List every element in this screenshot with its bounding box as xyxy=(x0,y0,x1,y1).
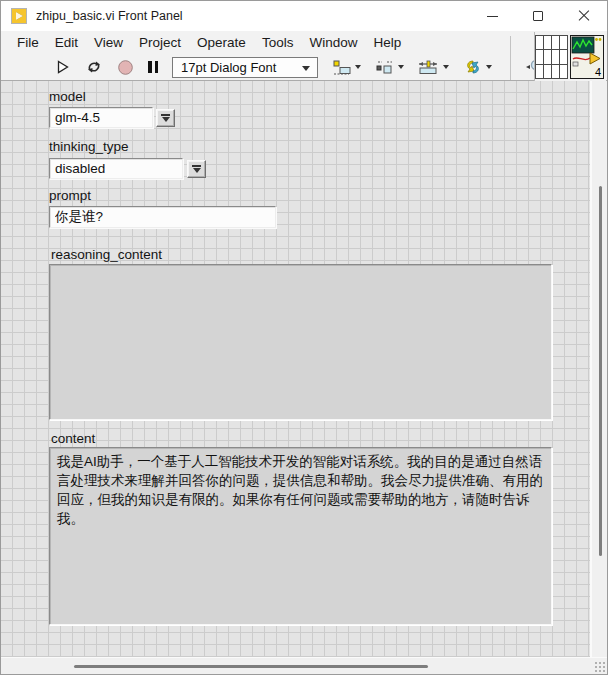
pause-button[interactable] xyxy=(144,56,162,78)
close-button[interactable] xyxy=(561,1,607,31)
title-bar: zhipu_basic.vi Front Panel xyxy=(1,1,607,31)
reorder-icon xyxy=(463,58,483,76)
vi-icon-badge: 4 xyxy=(595,66,601,78)
dropdown-icon xyxy=(162,117,170,122)
run-arrow-icon xyxy=(55,59,71,75)
labview-vi-icon xyxy=(11,8,27,24)
resize-objects-button[interactable] xyxy=(414,56,453,78)
menu-bar: File Edit View Project Operate Tools Win… xyxy=(1,31,607,54)
maximize-icon xyxy=(533,11,543,21)
chevron-down-icon xyxy=(443,65,449,69)
run-continuously-button[interactable] xyxy=(81,56,107,78)
window-title: zhipu_basic.vi Front Panel xyxy=(36,9,183,23)
run-button[interactable] xyxy=(51,56,75,78)
vi-icon-button[interactable]: 4 xyxy=(570,35,604,79)
front-panel: model thinking_type prompt reasoning_con… xyxy=(1,81,607,657)
menu-project[interactable]: Project xyxy=(131,33,189,52)
dropdown-icon xyxy=(192,165,201,167)
horizontal-scrollbar-thumb[interactable] xyxy=(74,665,428,668)
run-continuously-icon xyxy=(85,59,103,75)
maximize-button[interactable] xyxy=(515,1,561,31)
reasoning-content-label: reasoning_content xyxy=(51,247,162,262)
menu-help[interactable]: Help xyxy=(365,33,409,52)
model-label: model xyxy=(49,89,86,104)
chevron-down-icon xyxy=(355,65,361,69)
menu-view[interactable]: View xyxy=(86,33,131,52)
menu-tools[interactable]: Tools xyxy=(254,33,302,52)
pause-icon xyxy=(148,61,158,73)
window-controls xyxy=(469,1,607,31)
content-indicator: 我是AI助手，一个基于人工智能技术开发的智能对话系统。我的目的是通过自然语言处理… xyxy=(49,447,552,625)
resize-objects-icon xyxy=(418,59,440,76)
menu-file[interactable]: File xyxy=(9,33,47,52)
menu-operate[interactable]: Operate xyxy=(189,33,254,52)
thinking-type-dropdown-button[interactable] xyxy=(187,160,206,178)
minimize-icon xyxy=(487,16,498,17)
prompt-input[interactable] xyxy=(49,206,276,228)
resize-grip[interactable] xyxy=(593,660,605,672)
content-label: content xyxy=(51,431,95,446)
chevron-down-icon xyxy=(486,65,492,69)
font-selector-value: 17pt Dialog Font xyxy=(181,60,276,75)
font-selector[interactable]: 17pt Dialog Font xyxy=(172,57,318,78)
abort-icon xyxy=(117,59,134,76)
labview-front-panel-window: zhipu_basic.vi Front Panel File Edit Vie… xyxy=(0,0,608,675)
abort-button[interactable] xyxy=(113,56,138,78)
reorder-button[interactable] xyxy=(459,56,496,78)
dropdown-icon xyxy=(193,168,201,173)
chevron-down-icon xyxy=(302,66,310,71)
dropdown-icon xyxy=(161,114,170,116)
toolbar: 17pt Dialog Font xyxy=(1,54,607,81)
thinking-type-label: thinking_type xyxy=(49,139,129,154)
align-objects-icon xyxy=(332,59,352,76)
distribute-objects-icon xyxy=(375,59,395,76)
thinking-type-combo-input[interactable] xyxy=(49,158,183,179)
model-dropdown-button[interactable] xyxy=(156,109,175,127)
vertical-scrollbar-thumb[interactable] xyxy=(599,186,602,556)
horizontal-scrollbar[interactable] xyxy=(1,657,607,674)
toolbar-separator xyxy=(510,36,511,80)
reasoning-content-indicator xyxy=(49,264,552,420)
minimize-button[interactable] xyxy=(469,1,515,31)
menu-window[interactable]: Window xyxy=(301,33,365,52)
close-icon xyxy=(578,10,590,22)
connector-pane-icon[interactable] xyxy=(535,35,568,79)
vi-icon-area: 4 xyxy=(534,32,606,81)
distribute-objects-button[interactable] xyxy=(371,56,408,78)
header: File Edit View Project Operate Tools Win… xyxy=(1,31,607,81)
menu-edit[interactable]: Edit xyxy=(47,33,86,52)
chevron-down-icon xyxy=(398,65,404,69)
align-objects-button[interactable] xyxy=(328,56,365,78)
model-combo-input[interactable] xyxy=(49,107,153,128)
prompt-label: prompt xyxy=(49,188,91,203)
vertical-scrollbar[interactable] xyxy=(590,81,607,657)
